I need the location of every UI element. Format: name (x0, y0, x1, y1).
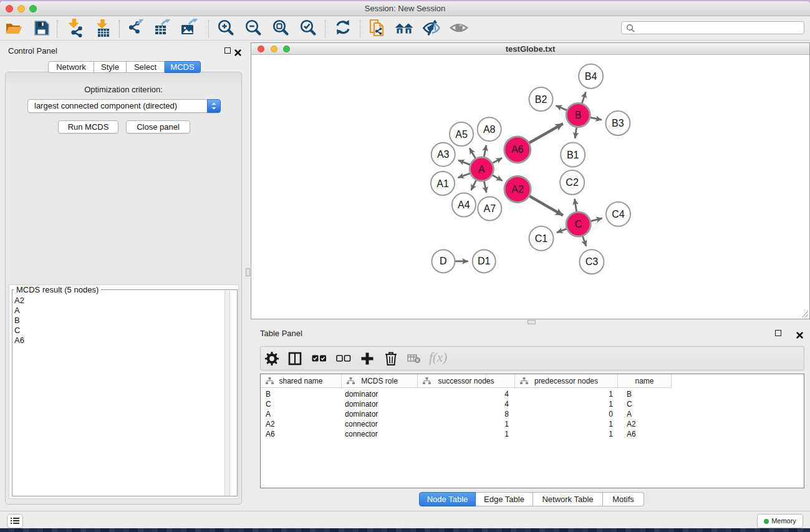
svg-text:A8: A8 (483, 124, 496, 135)
svg-text:D: D (440, 256, 447, 266)
svg-text:A5: A5 (455, 129, 468, 140)
svg-text:B4: B4 (585, 71, 597, 82)
svg-text:B: B (575, 110, 582, 120)
svg-text:A3: A3 (437, 149, 450, 160)
svg-text:C1: C1 (535, 233, 548, 244)
svg-text:A: A (478, 164, 485, 175)
svg-text:B3: B3 (612, 118, 624, 128)
svg-text:B1: B1 (567, 150, 579, 160)
svg-text:A4: A4 (458, 200, 470, 210)
svg-text:C: C (575, 219, 582, 230)
svg-text:C2: C2 (566, 177, 579, 188)
svg-text:A2: A2 (511, 184, 524, 195)
svg-text:C3: C3 (586, 256, 599, 267)
svg-text:A7: A7 (484, 203, 496, 214)
svg-text:A1: A1 (436, 178, 449, 189)
svg-text:D1: D1 (478, 256, 491, 266)
svg-text:A6: A6 (511, 144, 524, 155)
svg-text:C4: C4 (612, 209, 625, 220)
svg-text:B2: B2 (535, 94, 547, 105)
